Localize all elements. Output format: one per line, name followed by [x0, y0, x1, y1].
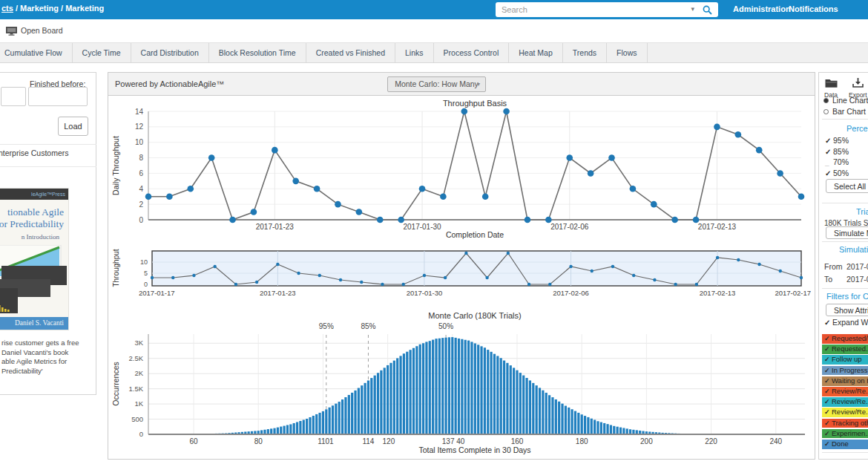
tab-trends[interactable]: Trends: [563, 43, 607, 62]
tab-card-distribution[interactable]: Card Distribution: [131, 43, 209, 62]
percentile-checkbox-50[interactable]: ✓50%: [825, 169, 849, 180]
sidebar-divider: [822, 288, 868, 289]
workflow-filter-requested-id[interactable]: ✓Requested/Id: [822, 334, 868, 344]
checkbox-checked-icon: ✓: [824, 319, 832, 327]
svg-text:1101: 1101: [318, 437, 334, 445]
checkbox-checked-icon: ✓: [824, 344, 832, 354]
settings-sidebar: Data Export Line Chart Bar Chart Perce ✓…: [818, 72, 868, 460]
workflow-filter-label: Experimen... F: [832, 429, 868, 437]
svg-text:Completion Date: Completion Date: [446, 230, 504, 239]
workflow-filter-tracking-othe[interactable]: ✓Tracking othe: [822, 419, 868, 428]
analytics-panel: Powered by ActionableAgile™ Monte Carlo:…: [108, 72, 815, 460]
workflow-filter-label: Tracking othe: [832, 419, 868, 427]
finished-before-input[interactable]: [28, 87, 88, 106]
chart-type-dropdown[interactable]: Monte Carlo: How Many ▾: [387, 76, 486, 92]
notifications-link[interactable]: Notifications: [789, 4, 838, 13]
svg-text:2017-02-06: 2017-02-06: [550, 223, 589, 231]
workflow-filter-done[interactable]: ✓Done: [822, 440, 868, 449]
sidebar-divider: [822, 241, 868, 242]
tab-heat-map[interactable]: Heat Map: [509, 43, 563, 62]
breadcrumb-path: / Marketing / Marketing: [13, 4, 104, 13]
administration-link[interactable]: Administration: [733, 4, 791, 13]
workflow-filter-review-re-o[interactable]: ✓Review/Re...o: [822, 387, 868, 396]
sidebar-divider: [822, 119, 868, 120]
breadcrumb-projects-link[interactable]: cts: [1, 4, 13, 13]
line-chart-label: Line Chart: [832, 96, 868, 105]
open-board-button[interactable]: Open Board: [21, 26, 63, 35]
simulation-from-row: From 2017-02-17: [824, 262, 843, 271]
promo-line: able Agile Metrics for: [1, 357, 93, 367]
svg-text:80: 80: [254, 437, 263, 445]
board-monitor-icon: [6, 25, 17, 39]
workflow-filter-requested-t[interactable]: ✓Requested... t: [822, 344, 868, 354]
tab-flows[interactable]: Flows: [607, 43, 647, 62]
svg-text:Daily Throughput: Daily Throughput: [111, 136, 120, 195]
checkbox-checked-icon: ✓: [824, 355, 832, 365]
percentile-label: 50%: [833, 169, 849, 177]
svg-text:14: 14: [135, 108, 144, 116]
svg-text:5: 5: [144, 270, 148, 277]
tab-links[interactable]: Links: [395, 43, 434, 62]
svg-text:0: 0: [139, 216, 143, 224]
svg-text:12: 12: [135, 123, 144, 131]
search-icon[interactable]: [703, 4, 712, 18]
svg-text:6: 6: [139, 169, 143, 177]
search-input[interactable]: [502, 3, 672, 16]
checkbox-checked-icon: ✓: [824, 440, 832, 449]
charts-svg: 024681012142017-01-232017-01-302017-02-0…: [108, 96, 815, 460]
svg-text:8: 8: [139, 154, 143, 162]
svg-text:Monte Carlo (180K Trials): Monte Carlo (180K Trials): [428, 311, 521, 320]
percentile-checkbox-85[interactable]: ✓85%: [825, 147, 849, 158]
book-press-label: leAgile™Press: [0, 189, 68, 200]
workflow-filter-waiting-on-re[interactable]: ✓Waiting on Re: [822, 376, 868, 386]
percentile-checkbox-70[interactable]: _70%: [825, 157, 849, 169]
board-bar: Open Board: [0, 19, 868, 42]
filter-sidebar: Finished before: Load nterprise Customer…: [0, 72, 96, 395]
workflow-filter-in-progress[interactable]: ✓In Progress: [822, 366, 868, 376]
workflow-filter-experimen-f[interactable]: ✓Experimen... F: [822, 429, 868, 439]
checkbox-checked-icon: ✓: [824, 387, 832, 396]
expand-workflow-label: Expand Workf: [832, 318, 868, 327]
workflow-filter-review-re-f[interactable]: ✓Review/Re... F: [822, 397, 868, 407]
workflow-filter-label: Requested... t: [832, 344, 868, 353]
simulate-more-button[interactable]: Simulate M: [826, 226, 868, 239]
line-chart-radio[interactable]: Line Chart: [823, 96, 868, 105]
book-cover: leAgile™Press tionable Agile for Predict…: [0, 189, 68, 330]
workflow-filter-review-re-c[interactable]: ✓Review/Re... C: [822, 408, 868, 417]
finished-after-input[interactable]: [1, 87, 26, 106]
search-dropdown-caret-icon[interactable]: ▾: [691, 5, 694, 13]
data-folder-icon: [825, 78, 838, 88]
checkbox-checked-icon: ✓: [824, 408, 832, 417]
tab-cumulative-flow[interactable]: Cumulative Flow: [0, 43, 73, 62]
tab-block-resolution-time[interactable]: Block Resolution Time: [209, 43, 306, 62]
from-date-value[interactable]: 2017-02-17: [846, 262, 868, 271]
to-date-value[interactable]: 2017-03-19: [846, 275, 868, 284]
to-label: To: [824, 275, 832, 284]
svg-text:2017-01-17: 2017-01-17: [139, 289, 175, 297]
workflow-filter-follow-up[interactable]: ✓Follow up: [822, 355, 868, 365]
tab-cycle-time[interactable]: Cycle Time: [73, 43, 131, 62]
workflow-filter-label: Review/Re... C: [832, 408, 868, 416]
workflow-filter-label: In Progress: [832, 366, 868, 374]
book-title-line1: tionable Agile: [7, 206, 64, 218]
simulation-heading: Simulati: [839, 245, 868, 254]
sidebar-divider: [0, 144, 96, 145]
svg-text:2017-02-17: 2017-02-17: [775, 289, 811, 297]
load-button[interactable]: Load: [58, 117, 88, 136]
checkbox-checked-icon: ✓: [824, 429, 832, 439]
tab-process-control[interactable]: Process Control: [434, 43, 510, 62]
show-attributes-button[interactable]: Show Attri: [826, 304, 868, 316]
from-label: From: [824, 262, 843, 271]
tab-created-vs-finished[interactable]: Created vs Finished: [306, 43, 395, 62]
percentile-label: 85%: [833, 147, 849, 156]
workflow-filter-label: Requested/Id: [832, 334, 868, 342]
svg-text:2017-01-23: 2017-01-23: [256, 223, 295, 231]
expand-workflow-checkbox[interactable]: ✓Expand Workf: [824, 318, 868, 327]
svg-text:2017-02-06: 2017-02-06: [553, 289, 589, 297]
percentile-checkbox-95[interactable]: ✓95%: [825, 136, 849, 147]
search-box: ▾: [496, 2, 718, 17]
book-cover-art: [0, 245, 68, 316]
bar-chart-radio[interactable]: Bar Chart: [823, 107, 866, 116]
select-all-button[interactable]: Select All: [826, 179, 868, 193]
sidebar-divider: [0, 166, 96, 167]
